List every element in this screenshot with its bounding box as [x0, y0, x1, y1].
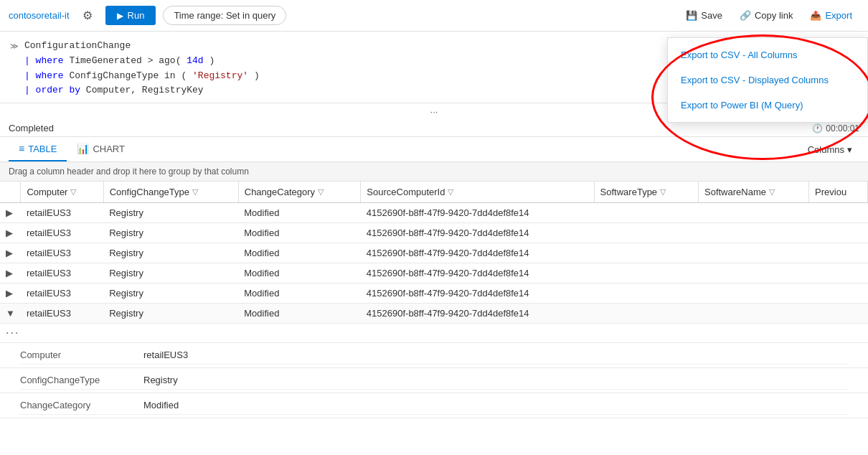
chart-icon: 📊 [77, 143, 89, 154]
export-icon: 📤 [810, 10, 821, 21]
copy-link-button[interactable]: 🔗 Copy link [732, 6, 800, 24]
cell-softwaretype [594, 304, 698, 324]
th-sourcecomputerid[interactable]: SourceComputerId▽ [361, 182, 594, 203]
data-table-wrapper: Computer▽ ConfigChangeType▽ ChangeCatego… [0, 182, 868, 418]
expand-cell[interactable]: ▶ [0, 223, 21, 243]
th-softwaretype[interactable]: SoftwareType▽ [594, 182, 698, 203]
cell-softwarename [699, 283, 809, 304]
cell-sourcecomputerid: 4152690f-b8ff-47f9-9420-7dd4def8fe14 [361, 223, 594, 243]
query-line-2: | where TimeGenerated > ago( 14d ) [24, 54, 260, 69]
time-range-button[interactable]: Time range: Set in query [163, 6, 286, 25]
columns-button[interactable]: Columns ▾ [801, 140, 859, 159]
cell-softwarename [699, 223, 809, 243]
detail-key: ChangeCategory [20, 400, 135, 411]
tab-chart[interactable]: 📊 CHART [67, 137, 135, 161]
cell-changecategory: Modified [238, 304, 361, 324]
cell-sourcecomputerid: 4152690f-b8ff-47f9-9420-7dd4def8fe14 [361, 263, 594, 283]
table-row: ▶ retailEUS3 Registry Modified 4152690f-… [0, 283, 868, 304]
run-button[interactable]: ▶ Run [105, 6, 156, 25]
columns-label: Columns [808, 144, 844, 155]
copy-link-label: Copy link [755, 10, 793, 21]
cell-softwarename [699, 203, 809, 223]
filter-configchangetype-icon[interactable]: ▽ [192, 187, 198, 197]
play-icon: ▶ [117, 11, 123, 21]
collapse-button[interactable]: ≫ [9, 40, 20, 52]
cell-softwarename [699, 263, 809, 283]
export-dropdown: Export to CSV - All ColumnsExport to CSV… [667, 37, 868, 123]
cell-sourcecomputerid: 4152690f-b8ff-47f9-9420-7dd4def8fe14 [361, 304, 594, 324]
detail-value: Modified [143, 400, 179, 411]
query-line-3: | where ConfigChangeType in ( 'Registry'… [24, 69, 260, 84]
ellipsis-cell: ··· [0, 324, 868, 343]
expand-cell[interactable]: ▶ [0, 283, 21, 304]
cell-changecategory: Modified [238, 283, 361, 304]
table-header-row: Computer▽ ConfigChangeType▽ ChangeCatego… [0, 182, 868, 203]
export-label: Export [825, 10, 852, 21]
chevron-down-icon: ▾ [847, 144, 852, 155]
cell-changecategory: Modified [238, 203, 361, 223]
expand-cell[interactable]: ▶ [0, 203, 21, 223]
save-button[interactable]: 💾 Save [679, 6, 730, 24]
filter-sourcecomputerid-icon[interactable]: ▽ [448, 187, 453, 197]
export-dropdown-item[interactable]: Export to CSV - Displayed Columns [668, 67, 867, 93]
expand-cell[interactable]: ▶ [0, 263, 21, 283]
chart-tab-label: CHART [93, 144, 125, 154]
link-icon: 🔗 [740, 10, 751, 21]
expand-cell[interactable]: ▶ [0, 243, 21, 263]
data-table: Computer▽ ConfigChangeType▽ ChangeCatego… [0, 182, 868, 418]
cell-computer: retailEUS3 [21, 203, 103, 223]
export-dropdown-item[interactable]: Export to CSV - All Columns [668, 42, 867, 67]
cell-previous [809, 223, 868, 243]
cell-previous [809, 283, 868, 304]
toolbar-right: 💾 Save 🔗 Copy link 📤 Export [679, 6, 859, 24]
detail-row: Computer retailEUS3 [0, 343, 868, 368]
table-row: ▶ retailEUS3 Registry Modified 4152690f-… [0, 263, 868, 283]
table-row: ▼ retailEUS3 Registry Modified 4152690f-… [0, 304, 868, 324]
cell-sourcecomputerid: 4152690f-b8ff-47f9-9420-7dd4def8fe14 [361, 283, 594, 304]
cell-sourcecomputerid: 4152690f-b8ff-47f9-9420-7dd4def8fe14 [361, 243, 594, 263]
filter-computer-icon[interactable]: ▽ [70, 187, 76, 197]
cell-configchangetype: Registry [103, 304, 238, 324]
filter-softwarename-icon[interactable]: ▽ [769, 187, 775, 197]
drag-hint: Drag a column header and drop it here to… [0, 162, 868, 182]
th-changecategory[interactable]: ChangeCategory▽ [238, 182, 361, 203]
filter-softwaretype-icon[interactable]: ▽ [660, 187, 666, 197]
th-previous[interactable]: Previou [809, 182, 868, 203]
workspace-link[interactable]: contosoretail-it [9, 10, 70, 21]
detail-value: Registry [143, 375, 178, 385]
filter-settings-button[interactable]: ⚙ [77, 6, 98, 25]
cell-changecategory: Modified [238, 263, 361, 283]
tab-table[interactable]: ≡ TABLE [9, 137, 67, 161]
filter-icon: ⚙ [82, 9, 93, 22]
query-line-4: | order by Computer, RegistryKey [24, 83, 260, 98]
th-softwarename[interactable]: SoftwareName▽ [699, 182, 809, 203]
th-configchangetype[interactable]: ConfigChangeType▽ [103, 182, 238, 203]
cell-previous [809, 243, 868, 263]
toolbar: contosoretail-it ⚙ ▶ Run Time range: Set… [0, 0, 868, 32]
filter-changecategory-icon[interactable]: ▽ [318, 187, 324, 197]
export-dropdown-item[interactable]: Export to Power BI (M Query) [668, 93, 867, 118]
detail-row: ConfigChangeType Registry [0, 368, 868, 393]
th-computer[interactable]: Computer▽ [21, 182, 103, 203]
status-completed: Completed [9, 123, 54, 133]
cell-changecategory: Modified [238, 243, 361, 263]
export-button[interactable]: 📤 Export [803, 6, 859, 24]
cell-softwaretype [594, 263, 698, 283]
cell-softwaretype [594, 223, 698, 243]
query-line-1: ConfigurationChange [24, 39, 260, 54]
cell-computer: retailEUS3 [21, 223, 103, 243]
cell-softwaretype [594, 243, 698, 263]
run-label: Run [128, 10, 145, 21]
cell-configchangetype: Registry [103, 263, 238, 283]
expand-cell[interactable]: ▼ [0, 304, 21, 324]
cell-softwarename [699, 243, 809, 263]
query-code[interactable]: ConfigurationChange | where TimeGenerate… [24, 39, 260, 98]
cell-changecategory: Modified [238, 223, 361, 243]
table-row: ▶ retailEUS3 Registry Modified 4152690f-… [0, 223, 868, 243]
cell-configchangetype: Registry [103, 283, 238, 304]
cell-previous [809, 304, 868, 324]
cell-softwaretype [594, 283, 698, 304]
cell-configchangetype: Registry [103, 203, 238, 223]
save-icon: 💾 [686, 10, 697, 21]
table-row: ▶ retailEUS3 Registry Modified 4152690f-… [0, 243, 868, 263]
